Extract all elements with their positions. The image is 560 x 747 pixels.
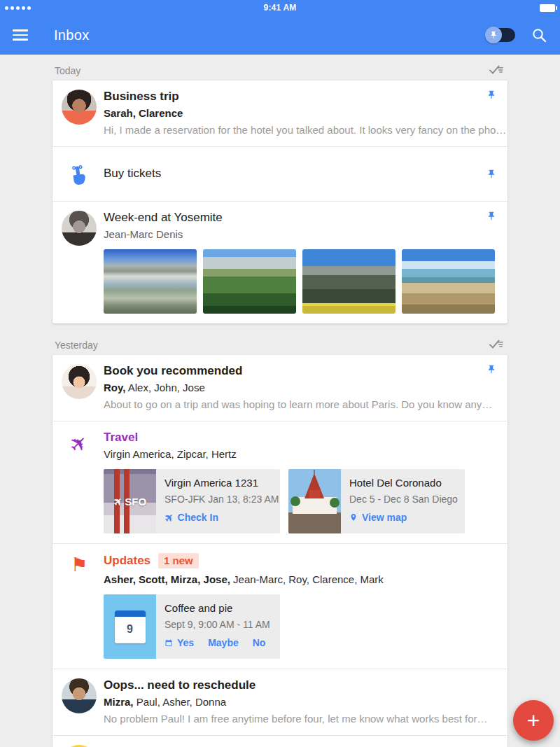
email-title: Oops... need to reschedule (104, 678, 496, 692)
list-item-yosemite[interactable]: Week-end at Yosemite Jean-Marc Denis (52, 201, 507, 323)
list-item-business-trip[interactable]: Business trip Sarah, Clarence Hi, I made… (52, 81, 507, 146)
yosemite-photo-2[interactable] (203, 249, 296, 314)
section-label: Today (55, 65, 80, 76)
email-title: Business trip (104, 90, 506, 104)
yosemite-photo-4[interactable] (402, 249, 495, 314)
hotel-details: Dec 5 - Dec 8 San Diego (349, 494, 456, 505)
email-senders: Sarah, Clarence (104, 106, 506, 120)
plane-icon: ✈ (111, 494, 125, 508)
status-bar: 9:41 AM (0, 0, 560, 15)
yosemite-photo-3[interactable] (302, 249, 396, 314)
reminder-title: Buy tickets (104, 167, 496, 181)
section-header-yesterday: Yesterday (52, 329, 507, 355)
pushpin-icon[interactable] (486, 90, 496, 103)
pushpin-icon[interactable] (486, 211, 496, 224)
flight-chip[interactable]: ✈SFO Virgin America 1231 SFO-JFK Jan 13,… (104, 469, 280, 533)
calendar-icon (164, 638, 173, 648)
rsvp-no-link[interactable]: No (253, 637, 266, 648)
status-time: 9:41 AM (0, 3, 560, 13)
yosemite-photo-1[interactable] (104, 249, 197, 314)
list-item-reschedule[interactable]: Oops... need to reschedule Mizra, Paul, … (52, 669, 507, 735)
travel-chips: ✈SFO Virgin America 1231 SFO-JFK Jan 13,… (104, 469, 496, 533)
sweep-done-icon[interactable] (488, 62, 505, 76)
new-count-badge: 1 new (158, 553, 199, 568)
event-chips: 9 Coffee and pie Sept 9, 9:00 AM - 11 AM… (104, 594, 496, 659)
view-map-link[interactable]: View map (349, 512, 407, 523)
email-senders: Mizra, Paul, Asher, Donna (104, 695, 496, 708)
bundle-senders: Asher, Scott, Mirza, Jose, Jean-Marc, Ro… (104, 573, 496, 586)
calendar-event-chip[interactable]: 9 Coffee and pie Sept 9, 9:00 AM - 11 AM… (104, 594, 280, 659)
event-time: Sept 9, 9:00 AM - 11 AM (164, 619, 272, 631)
rsvp-maybe-link[interactable]: Maybe (208, 637, 239, 648)
email-senders: Jean-Marc Denis (104, 228, 496, 241)
reminder-hand-icon (62, 156, 97, 191)
map-pin-icon (349, 512, 358, 522)
avatar[interactable] (62, 364, 97, 399)
bundle-title: Updates 1 new (104, 553, 496, 568)
sweep-done-icon[interactable] (488, 337, 505, 351)
app-bar: Inbox (0, 15, 560, 55)
avatar[interactable] (62, 90, 97, 125)
calendar-image: 9 (104, 594, 156, 659)
email-snippet: Hi, I made a reservation for the hotel y… (104, 123, 506, 137)
pushpin-icon[interactable] (486, 364, 496, 377)
email-senders: Roy, Alex, John, Jose (104, 381, 496, 394)
list-item-book[interactable]: Book you recommended Roy, Alex, John, Jo… (52, 355, 507, 421)
hamburger-menu-icon[interactable] (13, 29, 28, 41)
flag-icon: ⚑ (62, 553, 97, 659)
pushpin-icon[interactable] (486, 169, 496, 182)
inbox-app-screen: 9:41 AM Inbox Today (0, 0, 560, 747)
today-card: Business trip Sarah, Clarence Hi, I made… (52, 81, 507, 323)
plus-icon: + (527, 708, 540, 734)
bundle-travel[interactable]: ✈ Travel Virgin America, Zipcar, Hertz ✈… (52, 421, 507, 543)
compose-fab-button[interactable]: + (513, 700, 554, 741)
list-item-partial[interactable] (52, 735, 507, 747)
hotel-chip[interactable]: Hotel Del Coronado Dec 5 - Dec 8 San Die… (288, 469, 465, 533)
avatar[interactable] (62, 211, 97, 246)
section-header-today: Today (52, 55, 507, 81)
event-title: Coffee and pie (164, 602, 272, 615)
pushpin-icon (485, 27, 502, 43)
airplane-icon: ✈ (62, 431, 97, 533)
golden-gate-image: ✈SFO (104, 469, 156, 533)
photo-attachments (104, 249, 496, 314)
pin-toggle[interactable] (487, 28, 515, 42)
bundle-senders: Virgin America, Zipcar, Hertz (104, 447, 496, 461)
check-in-link[interactable]: ✈Check In (164, 512, 218, 523)
search-icon[interactable] (531, 27, 547, 43)
email-snippet: About to go on a trip and was hoping to … (104, 398, 496, 411)
list-item-reminder[interactable]: Buy tickets (52, 146, 507, 201)
avatar[interactable] (62, 678, 97, 713)
hotel-title: Hotel Del Coronado (349, 477, 456, 489)
plane-icon: ✈ (162, 510, 176, 524)
calendar-day: 9 (115, 617, 146, 642)
email-title: Week-end at Yosemite (104, 211, 496, 225)
hotel-image (288, 469, 341, 533)
battery-icon (540, 4, 555, 12)
flight-details: SFO-JFK Jan 13, 8:23 AM (164, 494, 272, 505)
rsvp-yes-link[interactable]: Yes (164, 637, 194, 648)
page-title: Inbox (54, 27, 89, 43)
bundle-updates[interactable]: ⚑ Updates 1 new Asher, Scott, Mirza, Jos… (52, 543, 507, 669)
section-label: Yesterday (55, 340, 98, 351)
email-title: Book you recommended (104, 364, 496, 378)
email-snippet: No problem Paul! I am free anytime befor… (104, 712, 496, 725)
yesterday-card: Book you recommended Roy, Alex, John, Jo… (52, 355, 507, 747)
flight-title: Virgin America 1231 (164, 477, 272, 489)
bundle-title: Travel (104, 431, 496, 445)
